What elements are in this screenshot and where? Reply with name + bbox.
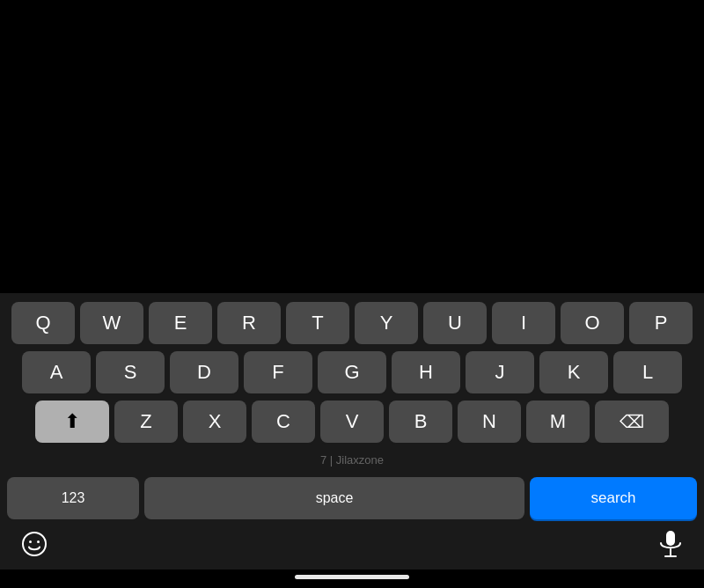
watermark: 7 | Jilaxzone: [4, 450, 700, 470]
home-indicator-area: [0, 570, 704, 588]
key-a[interactable]: A: [22, 351, 91, 393]
space-key[interactable]: space: [144, 477, 524, 519]
key-y[interactable]: Y: [355, 302, 418, 344]
key-x[interactable]: X: [183, 401, 246, 443]
key-u[interactable]: U: [423, 302, 487, 344]
keyboard-row-1: Q W E R T Y U I O P: [4, 302, 700, 344]
svg-point-2: [37, 540, 40, 543]
keyboard-row-2: A S D F G H J K L: [4, 351, 700, 393]
space-label: space: [316, 490, 354, 506]
key-s[interactable]: S: [96, 351, 165, 393]
search-label: search: [590, 489, 635, 507]
microphone-button[interactable]: [658, 530, 683, 564]
shift-icon: ⬆: [64, 410, 80, 433]
key-q[interactable]: Q: [11, 302, 75, 344]
key-w[interactable]: W: [80, 302, 143, 344]
home-bar: [295, 575, 409, 579]
key-n[interactable]: N: [458, 401, 521, 443]
delete-icon: ⌫: [620, 411, 644, 432]
key-k[interactable]: K: [539, 351, 608, 393]
key-j[interactable]: J: [466, 351, 534, 393]
key-d[interactable]: D: [170, 351, 238, 393]
key-v[interactable]: V: [320, 401, 384, 443]
key-p[interactable]: P: [629, 302, 693, 344]
bottom-toolbar: [0, 523, 704, 570]
keyboard-container: Q W E R T Y U I O P A S D F G H J K L ⬆ …: [0, 293, 704, 523]
svg-rect-3: [666, 531, 675, 546]
key-i[interactable]: I: [492, 302, 555, 344]
numbers-label: 123: [62, 490, 85, 506]
shift-key[interactable]: ⬆: [35, 401, 109, 443]
emoji-icon: [21, 531, 48, 557]
svg-point-1: [29, 540, 32, 543]
key-o[interactable]: O: [561, 302, 624, 344]
key-g[interactable]: G: [318, 351, 386, 393]
key-b[interactable]: B: [389, 401, 452, 443]
delete-key[interactable]: ⌫: [595, 401, 669, 443]
key-z[interactable]: Z: [114, 401, 178, 443]
numbers-key[interactable]: 123: [7, 477, 139, 519]
keyboard-row-4: 123 space search: [4, 477, 700, 523]
key-f[interactable]: F: [244, 351, 312, 393]
microphone-icon: [658, 530, 683, 558]
key-l[interactable]: L: [613, 351, 682, 393]
svg-point-0: [23, 533, 46, 555]
key-c[interactable]: C: [252, 401, 315, 443]
search-key[interactable]: search: [530, 477, 697, 519]
keyboard-row-3: ⬆ Z X C V B N M ⌫: [4, 401, 700, 443]
key-r[interactable]: R: [217, 302, 281, 344]
key-t[interactable]: T: [286, 302, 349, 344]
emoji-button[interactable]: [21, 531, 48, 563]
key-h[interactable]: H: [392, 351, 460, 393]
key-e[interactable]: E: [149, 302, 212, 344]
key-m[interactable]: M: [526, 401, 590, 443]
